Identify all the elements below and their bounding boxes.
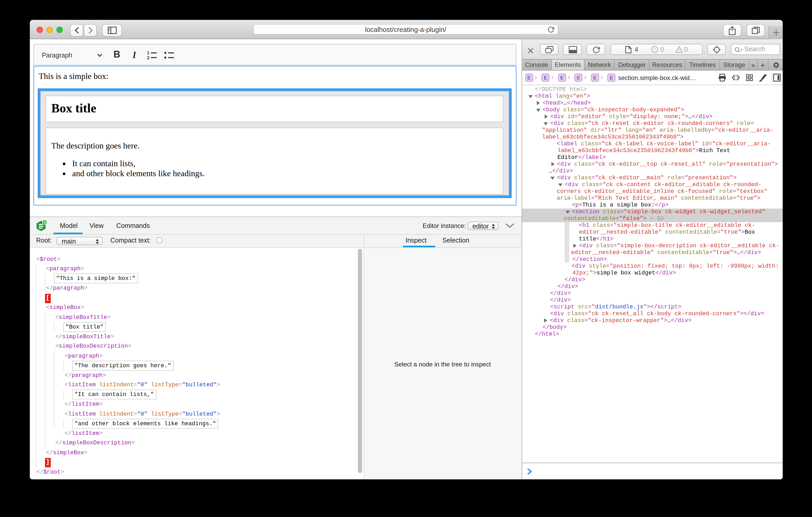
- svg-text:5: 5: [44, 220, 46, 224]
- svg-text:!: !: [678, 48, 679, 53]
- svg-text:!: !: [654, 47, 655, 52]
- svg-text:1: 1: [147, 51, 149, 55]
- svg-text:2: 2: [147, 56, 149, 60]
